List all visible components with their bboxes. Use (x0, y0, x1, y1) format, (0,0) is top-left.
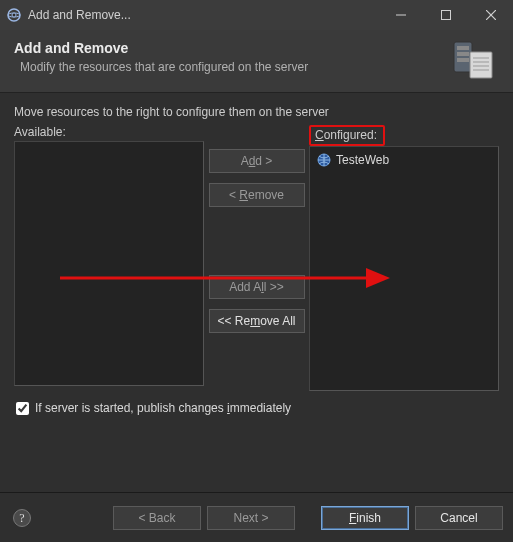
configured-label-highlight: Configured: (309, 125, 385, 146)
remove-button[interactable]: < Remove (209, 183, 305, 207)
publish-checkbox[interactable] (16, 402, 29, 415)
dialog-footer: ? < Back Next > Finish Cancel (0, 492, 513, 542)
svg-text:?: ? (19, 511, 24, 525)
close-button[interactable] (468, 0, 513, 30)
minimize-button[interactable] (378, 0, 423, 30)
list-item[interactable]: TesteWeb (314, 151, 494, 169)
maximize-button[interactable] (423, 0, 468, 30)
dialog-body: Move resources to the right to configure… (0, 93, 513, 423)
add-all-button[interactable]: Add All >> (209, 275, 305, 299)
svg-rect-11 (470, 52, 492, 78)
list-item-label: TesteWeb (336, 153, 389, 167)
available-list[interactable] (14, 141, 204, 386)
server-wizard-icon (449, 40, 499, 80)
window-title: Add and Remove... (28, 8, 378, 22)
svg-rect-8 (457, 46, 469, 50)
add-button[interactable]: Add > (209, 149, 305, 173)
page-title: Add and Remove (14, 40, 449, 56)
svg-rect-4 (441, 11, 450, 20)
configured-label: Configured: (315, 128, 377, 142)
eclipse-icon (6, 7, 22, 23)
remove-all-button[interactable]: << Remove All (209, 309, 305, 333)
page-subtitle: Modify the resources that are configured… (14, 60, 449, 74)
cancel-button[interactable]: Cancel (415, 506, 503, 530)
back-button[interactable]: < Back (113, 506, 201, 530)
web-project-icon (316, 152, 332, 168)
configured-list[interactable]: TesteWeb (309, 146, 499, 391)
next-button[interactable]: Next > (207, 506, 295, 530)
dialog-header: Add and Remove Modify the resources that… (0, 30, 513, 93)
available-label: Available: (14, 125, 204, 139)
publish-checkbox-row[interactable]: If server is started, publish changes im… (14, 391, 499, 415)
svg-point-2 (12, 13, 16, 17)
finish-button[interactable]: Finish (321, 506, 409, 530)
help-button[interactable]: ? (10, 506, 34, 530)
transfer-buttons: Add > < Remove Add All >> << Remove All (204, 125, 309, 333)
svg-rect-9 (457, 52, 469, 56)
instruction-text: Move resources to the right to configure… (14, 105, 499, 119)
publish-label: If server is started, publish changes im… (35, 401, 291, 415)
titlebar: Add and Remove... (0, 0, 513, 30)
svg-rect-10 (457, 58, 469, 62)
